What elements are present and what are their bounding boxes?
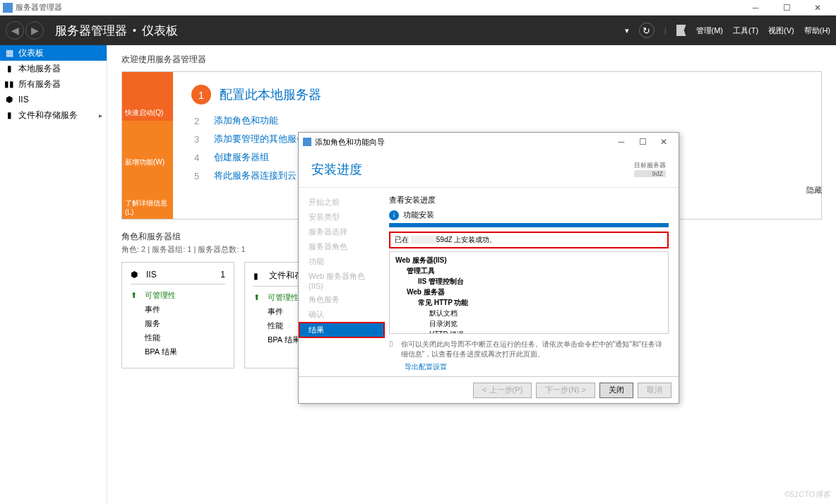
create-group-link[interactable]: 创建服务器组 [214, 151, 269, 164]
install-results-list[interactable]: Web 服务器(IIS)管理工具IIS 管理控制台Web 服务器常见 HTTP … [389, 251, 669, 334]
maximize-button[interactable]: ☐ [771, 1, 802, 15]
result-item: Web 服务器(IIS) [395, 255, 662, 265]
wizard-title: 添加角色和功能向导 [315, 137, 385, 148]
menu-help[interactable]: 帮助(H) [804, 25, 830, 36]
sidebar: ▦仪表板 ▮本地服务器 ▮▮所有服务器 ⬢IIS ▮文件和存储服务▸ [0, 45, 107, 504]
step-1-badge: 1 [191, 85, 211, 104]
learn-more-tab[interactable]: 了解详细信息(L) [122, 170, 173, 219]
result-item: HTTP 错误 [429, 329, 662, 334]
status-text: 功能安装 [403, 210, 434, 220]
crumb-root[interactable]: 服务器管理器 [55, 23, 127, 39]
status-up-icon [253, 293, 263, 303]
back-button[interactable]: ◀ [6, 21, 24, 40]
quick-start-tab[interactable]: 快速启动(Q) [122, 72, 173, 121]
next-button: 下一步(N) > [536, 383, 595, 398]
info-icon: i [389, 210, 399, 220]
configure-local-server-link[interactable]: 配置此本地服务器 [220, 86, 321, 103]
notifications-icon[interactable] [676, 25, 686, 36]
minimize-button[interactable]: ─ [740, 1, 771, 15]
close-button[interactable]: ✕ [802, 1, 833, 15]
status-up-icon [131, 291, 141, 301]
app-icon [3, 3, 13, 13]
hide-link[interactable]: 隐藏 [806, 185, 822, 196]
wizard-nav-roleservices: 角色服务 [299, 292, 385, 307]
connect-cloud-link[interactable]: 将此服务器连接到云 [214, 169, 297, 182]
whats-new-tab[interactable]: 新增功能(W) [122, 121, 173, 169]
wizard-minimize-button[interactable]: ─ [611, 135, 632, 149]
export-config-link[interactable]: 导出配置设置 [405, 362, 669, 372]
progress-title: 查看安装进度 [389, 195, 669, 205]
close-wizard-button[interactable]: 关闭 [599, 383, 633, 398]
sidebar-item-local-server[interactable]: ▮本地服务器 [0, 61, 107, 76]
target-server-label: 目标服务器 [634, 161, 666, 170]
iis-icon: ⬢ [131, 270, 141, 280]
result-item: 常见 HTTP 功能 [418, 297, 662, 308]
storage-icon: ▮ [253, 271, 263, 281]
wizard-nav-confirm: 确认 [299, 307, 385, 322]
chevron-right-icon: ▸ [99, 112, 102, 119]
wizard-nav-type: 安装类型 [299, 210, 385, 224]
crumb-page[interactable]: 仪表板 [142, 23, 178, 39]
wizard-footer: < 上一步(P) 下一步(N) > 关闭 取消 [299, 376, 679, 403]
sidebar-item-dashboard[interactable]: ▦仪表板 [0, 45, 107, 61]
menu-manage[interactable]: 管理(M) [696, 25, 724, 36]
wizard-titlebar[interactable]: 添加角色和功能向导 ─ ☐ ✕ [299, 133, 679, 151]
wizard-maximize-button[interactable]: ☐ [632, 135, 653, 149]
note-icon: ▯ [389, 340, 397, 359]
sidebar-item-iis[interactable]: ⬢IIS [0, 92, 107, 107]
menu-tools[interactable]: 工具(T) [733, 25, 758, 36]
wizard-nav-before: 开始之前 [299, 195, 385, 210]
refresh-button[interactable]: ↻ [639, 23, 655, 38]
install-success-message: 已在 59dZ 上安装成功。 [389, 232, 669, 248]
add-roles-wizard-dialog: 添加角色和功能向导 ─ ☐ ✕ 安装进度 目标服务器9dZ 开始之前 安装类型 … [298, 132, 679, 404]
add-roles-link[interactable]: 添加角色和功能 [214, 114, 278, 127]
navigation-bar: ◀ ▶ 服务器管理器 • 仪表板 ▾ ↻ | 管理(M) 工具(T) 视图(V)… [0, 16, 836, 45]
result-item: 默认文档 [429, 308, 662, 318]
menu-view[interactable]: 视图(V) [768, 25, 794, 36]
wizard-note: ▯你可以关闭此向导而不中断正在运行的任务。请依次单击命令栏中的"通知"和"任务详… [389, 340, 669, 359]
target-server-name: 9dZ [634, 170, 666, 177]
wizard-nav-results[interactable]: 结果 [299, 322, 385, 338]
forward-button[interactable]: ▶ [25, 21, 44, 40]
result-item: Web 服务器 [407, 287, 662, 297]
welcome-title: 欢迎使用服务器管理器 [121, 54, 822, 66]
wizard-nav-server: 服务器选择 [299, 224, 385, 239]
wizard-nav-iis: Web 服务器角色(IIS) [299, 269, 385, 292]
sidebar-item-all-servers[interactable]: ▮▮所有服务器 [0, 76, 107, 92]
sidebar-item-file-storage[interactable]: ▮文件和存储服务▸ [0, 107, 107, 123]
wizard-header: 安装进度 [311, 161, 362, 178]
wizard-close-button[interactable]: ✕ [653, 135, 674, 149]
watermark: ©51CTO博客 [784, 489, 830, 500]
prev-button: < 上一步(P) [473, 383, 532, 398]
window-title: 服务器管理器 [16, 2, 62, 13]
window-titlebar: 服务器管理器 ─ ☐ ✕ [0, 0, 836, 16]
wizard-nav-roles: 服务器角色 [299, 239, 385, 254]
tile-iis[interactable]: ⬢IIS1 可管理性 事件 服务 性能 BPA 结果 [121, 262, 234, 368]
wizard-nav: 开始之前 安装类型 服务器选择 服务器角色 功能 Web 服务器角色(IIS) … [299, 188, 385, 376]
cancel-button: 取消 [638, 383, 671, 398]
progress-bar [389, 223, 669, 227]
wizard-icon [303, 138, 311, 146]
result-item: IIS 管理控制台 [418, 276, 662, 287]
result-item: 目录浏览 [429, 318, 662, 329]
result-item: 管理工具 [407, 265, 662, 276]
wizard-content: 查看安装进度 i功能安装 已在 59dZ 上安装成功。 Web 服务器(IIS)… [385, 188, 679, 376]
wizard-nav-features: 功能 [299, 254, 385, 269]
breadcrumb: 服务器管理器 • 仪表板 [55, 23, 178, 39]
